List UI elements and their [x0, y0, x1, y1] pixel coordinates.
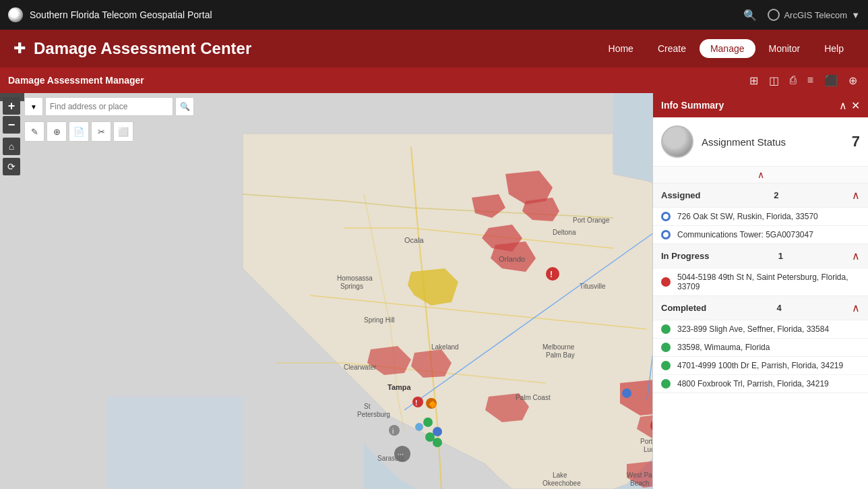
svg-text:···: ···: [398, 450, 404, 458]
collapse-all-btn[interactable]: ∧: [757, 169, 764, 180]
svg-rect-2: [108, 397, 243, 489]
report-tool[interactable]: 📄: [69, 121, 89, 142]
svg-point-43: [546, 267, 559, 281]
info-panel: Info Summary ∧ ✕ Assignment Status 7 ∧ A…: [652, 93, 868, 489]
completed-dot-3: [661, 361, 671, 370]
in-progress-dot-1: [661, 277, 671, 287]
layer-icon[interactable]: ◫: [766, 73, 782, 88]
user-menu[interactable]: ArcGIS Telecom ▼: [768, 9, 860, 21]
info-panel-header: Info Summary ∧ ✕: [653, 93, 868, 117]
completed-dot-1: [661, 324, 671, 334]
svg-text:Port Orange: Port Orange: [573, 217, 610, 224]
list-item: 4800 Foxbrook Trl, Parrish, Florida, 342…: [653, 374, 868, 393]
completed-toggle-btn[interactable]: ∧: [852, 301, 860, 314]
completed-item-2-text: 33598, Wimauma, Florida: [677, 343, 770, 352]
select-tool[interactable]: ⊕: [46, 121, 67, 142]
svg-point-51: [415, 423, 423, 431]
top-bar-right: 🔍 ArcGIS Telecom ▼: [743, 9, 860, 22]
list-item: 33598, Wimauma, Florida: [653, 338, 868, 356]
status-donut-chart: [661, 125, 693, 158]
completed-item-4-text: 4800 Foxbrook Trl, Parrish, Florida, 342…: [677, 379, 829, 389]
stack-icon[interactable]: ⬛: [822, 73, 840, 88]
assigned-title: Assigned: [661, 190, 701, 200]
app-logo: [8, 7, 23, 22]
completed-dot-4: [661, 379, 671, 389]
in-progress-count: 1: [778, 251, 783, 261]
address-search-input[interactable]: [45, 97, 173, 116]
nav-help[interactable]: Help: [813, 39, 855, 58]
completed-count: 4: [776, 303, 781, 313]
search-area: ▼🔍: [24, 97, 194, 116]
user-label: ArcGIS Telecom: [784, 10, 847, 20]
draw-tool[interactable]: ✎: [24, 121, 44, 142]
list-item: 726 Oak St SW, Ruskin, Florida, 33570: [653, 207, 868, 225]
app-icon: ✚: [13, 40, 26, 57]
completed-dot-2: [661, 343, 671, 352]
assigned-dot-1: [661, 212, 671, 221]
svg-text:Springs: Springs: [340, 283, 363, 290]
assigned-toggle-btn[interactable]: ∧: [852, 189, 860, 202]
search-button[interactable]: 🔍: [175, 97, 194, 116]
in-progress-toggle-btn[interactable]: ∧: [852, 250, 860, 262]
svg-point-60: [622, 389, 631, 398]
completed-item-1-text: 323-899 Sligh Ave, Seffner, Florida, 335…: [677, 324, 829, 334]
location-icon[interactable]: ⊕: [846, 73, 860, 88]
nav-home[interactable]: Home: [598, 39, 644, 58]
nav-manage[interactable]: Manage: [700, 39, 755, 58]
info-panel-close-btn[interactable]: ✕: [851, 99, 860, 112]
svg-text:Tampa: Tampa: [388, 383, 412, 391]
zoom-in-button[interactable]: +: [3, 97, 20, 115]
print-icon[interactable]: ⎙: [787, 73, 799, 88]
top-bar-left: Southern Florida Telecom Geospatial Port…: [8, 7, 212, 22]
in-progress-title: In Progress: [661, 251, 710, 261]
svg-point-53: [433, 438, 442, 447]
location-button[interactable]: ⟳: [3, 158, 20, 175]
main-nav: Home Create Manage Monitor Help: [598, 39, 855, 58]
top-bar: Southern Florida Telecom Geospatial Port…: [0, 0, 868, 30]
nav-create[interactable]: Create: [647, 39, 697, 58]
svg-text:Clearwater: Clearwater: [344, 364, 377, 371]
sub-header-title: Damage Assessment Manager: [8, 75, 144, 86]
assigned-item-1-text: 726 Oak St SW, Ruskin, Florida, 33570: [677, 212, 818, 221]
svg-text:Palm Coast: Palm Coast: [516, 394, 551, 401]
svg-text:Ocala: Ocala: [404, 236, 425, 244]
extent-tool[interactable]: ⬜: [113, 121, 133, 142]
assigned-count: 2: [774, 190, 778, 200]
svg-text:Petersburg: Petersburg: [357, 411, 390, 418]
in-progress-item-1-text: 5044-5198 49th St N, Saint Petersburg, F…: [677, 272, 860, 291]
search-type-dropdown[interactable]: ▼: [24, 97, 43, 116]
sub-header: Damage Assessment Manager ⊞ ◫ ⎙ ≡ ⬛ ⊕: [0, 67, 868, 93]
completed-section: Completed 4 ∧ 323-899 Sligh Ave, Seffner…: [653, 296, 868, 393]
svg-text:St: St: [364, 403, 371, 410]
svg-text:🔶: 🔶: [429, 400, 437, 409]
assignment-status-count: 7: [852, 133, 860, 150]
svg-text:Okeechobee: Okeechobee: [542, 480, 581, 487]
svg-text:Deltona: Deltona: [553, 229, 576, 236]
nav-monitor[interactable]: Monitor: [758, 39, 811, 58]
left-toolbar: +−⌂⟳▼🔍✎⊕📄✂⬜: [0, 93, 24, 101]
info-panel-controls: ∧ ✕: [839, 99, 860, 112]
svg-text:Lake: Lake: [553, 471, 567, 479]
clip-tool[interactable]: ✂: [91, 121, 111, 142]
svg-text:Spring Hill: Spring Hill: [364, 316, 395, 324]
assigned-dot-2: [661, 230, 671, 239]
app-title: Damage Assessment Center: [34, 39, 251, 58]
globe-icon: [768, 9, 780, 21]
list-item: 323-899 Sligh Ave, Seffner, Florida, 335…: [653, 320, 868, 338]
completed-section-header: Completed 4 ∧: [653, 296, 868, 320]
global-search-icon[interactable]: 🔍: [743, 9, 757, 22]
grid-view-icon[interactable]: ⊞: [747, 73, 761, 88]
info-panel-collapse-btn[interactable]: ∧: [839, 99, 847, 112]
list-icon[interactable]: ≡: [805, 73, 816, 88]
svg-text:!: !: [415, 399, 417, 407]
svg-text:Orlando: Orlando: [499, 255, 525, 263]
sub-header-icons: ⊞ ◫ ⎙ ≡ ⬛ ⊕: [747, 73, 860, 88]
assigned-section-header: Assigned 2 ∧: [653, 183, 868, 207]
svg-point-45: [412, 397, 423, 407]
home-extent-button[interactable]: ⌂: [3, 138, 20, 155]
portal-title: Southern Florida Telecom Geospatial Port…: [30, 9, 212, 20]
zoom-out-button[interactable]: −: [3, 116, 20, 134]
main-area: Ocala Homosassa Springs Spring Hill Clea…: [0, 93, 868, 489]
svg-text:Homosassa: Homosassa: [337, 275, 373, 282]
svg-point-47: [389, 425, 400, 436]
